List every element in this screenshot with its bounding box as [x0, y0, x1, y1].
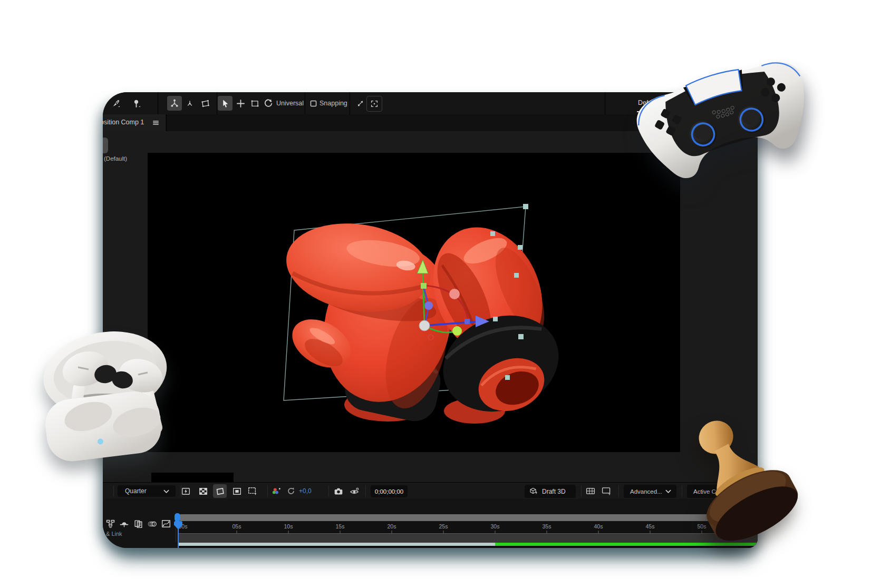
dolly-camera-tool-button[interactable] — [198, 96, 212, 111]
zoom-fit-button[interactable] — [353, 96, 367, 111]
snapping-checkbox-icon — [309, 100, 317, 107]
ruler-label: 25s — [439, 523, 448, 530]
page: Universal Snapping — [0, 0, 871, 588]
mask-visibility-button[interactable] — [213, 484, 227, 498]
region-of-interest-button[interactable] — [230, 484, 244, 498]
boxing-glove-left — [280, 213, 470, 425]
toolbar-divider — [350, 92, 350, 114]
divider — [618, 485, 619, 497]
rgb-channels-icon — [272, 487, 281, 495]
region-capture-button[interactable] — [366, 96, 382, 112]
rotation-tool-button[interactable] — [261, 96, 276, 111]
toolbar-divider — [605, 92, 605, 114]
edge-button-stub[interactable] — [103, 138, 108, 153]
timeline-bottom-strip — [178, 546, 758, 548]
scene-canvas — [148, 153, 680, 452]
marquee-brackets-icon — [370, 100, 379, 108]
region-of-interest-icon — [233, 487, 241, 495]
ruler-label: 20s — [388, 523, 396, 530]
take-snapshot-button[interactable] — [332, 484, 345, 498]
mini-flowchart-icon — [106, 520, 115, 528]
work-area-bar[interactable] — [178, 533, 758, 543]
graph-editor-button[interactable] — [161, 518, 171, 529]
fast-previews-icon — [181, 487, 190, 495]
timeline-panel-gap — [151, 473, 234, 482]
brush-tool-button[interactable] — [108, 96, 123, 111]
universal-mode-label[interactable]: Universal — [276, 92, 304, 114]
rubber-stamp — [679, 406, 806, 558]
exposure-value[interactable]: +0,0 — [299, 487, 312, 495]
grid-guides-options-button[interactable] — [246, 484, 259, 498]
view-layout-grid-button[interactable] — [584, 484, 597, 498]
toolbar-divider — [305, 92, 305, 114]
divider — [581, 485, 582, 497]
show-snapshot-button[interactable] — [347, 484, 361, 498]
show-channel-button[interactable] — [269, 484, 283, 498]
gizmo-scale-handle-green — [421, 283, 427, 289]
composition-viewer[interactable] — [148, 153, 680, 452]
divider — [267, 485, 268, 497]
brush-icon — [111, 99, 120, 108]
mini-flowchart-button[interactable] — [105, 518, 115, 529]
pan-camera-tool-button[interactable] — [182, 96, 197, 111]
gizmo-handle-green-dot — [452, 326, 462, 336]
selection-tool-button[interactable] — [218, 96, 233, 111]
airpods-graphic — [27, 313, 172, 464]
draft-3d-toggle[interactable]: Draft 3D — [525, 485, 576, 498]
motion-blur-button[interactable] — [147, 518, 158, 529]
ruler-label: 30s — [491, 523, 500, 530]
timeline-panel: & Link 00s 05s 10s 15s 20s 25s 30s 35s 4… — [103, 499, 758, 548]
ruler-label: 05s — [233, 523, 241, 530]
hamburger-menu-icon — [152, 120, 159, 126]
time-ruler[interactable] — [178, 521, 758, 533]
composition-tab-title: position Comp 1 — [103, 119, 144, 126]
rectangle-tool-icon — [250, 99, 259, 108]
tab-divider — [166, 114, 167, 131]
navigator-start-handle[interactable] — [175, 513, 180, 522]
shape-tool-button[interactable] — [247, 96, 262, 111]
ruler-label: 35s — [543, 523, 551, 530]
stamp-graphic — [679, 406, 806, 558]
divider — [328, 485, 329, 497]
transparency-grid-button[interactable] — [196, 484, 210, 498]
airpods-pro-case — [27, 313, 172, 464]
eye-snapshot-icon — [350, 487, 359, 495]
screen-layout-icon — [602, 487, 612, 495]
reset-exposure-button[interactable] — [284, 484, 298, 498]
divider — [113, 485, 114, 497]
puppet-pin-tool-button[interactable] — [129, 96, 143, 111]
composition-tab-menu[interactable] — [152, 120, 159, 126]
pan-behind-tool-button[interactable] — [233, 96, 248, 111]
selection-arrow-icon — [221, 99, 230, 108]
fast-previews-button[interactable] — [179, 484, 192, 498]
shy-toggle-button[interactable] — [119, 518, 129, 529]
timeline-navigator-bar[interactable] — [178, 514, 758, 521]
grid-views-icon — [586, 487, 595, 495]
ruler-label: 45s — [646, 523, 655, 530]
frame-blending-icon — [134, 520, 143, 528]
diagonal-arrows-icon — [356, 100, 364, 107]
renderer-dropdown[interactable]: Advanced... — [624, 485, 676, 498]
viewer-layout-button[interactable] — [599, 484, 613, 498]
camera-icon — [334, 487, 343, 495]
snapping-label[interactable]: Snapping — [320, 92, 347, 114]
gizmo-handle-blue-dot — [424, 301, 433, 310]
motion-blur-icon — [148, 520, 157, 528]
gizmo-anchor-dot — [419, 320, 430, 331]
orbit-camera-tool-button[interactable] — [167, 96, 182, 111]
ruler-label: 40s — [594, 523, 603, 530]
draft-3d-label: Draft 3D — [542, 488, 566, 495]
guides-options-icon — [248, 487, 258, 495]
move-cross-icon — [236, 99, 245, 108]
frame-blending-button[interactable] — [133, 518, 143, 529]
parent-link-column-label: & Link — [106, 531, 122, 537]
resolution-dropdown[interactable]: Quarter — [118, 485, 176, 497]
chevron-down-icon — [665, 489, 671, 494]
pan-camera-icon — [186, 99, 194, 107]
timecode-field[interactable]: 0;00;00;00 — [371, 485, 408, 497]
renderer-value: Advanced... — [630, 488, 662, 495]
toolbar-divider — [217, 92, 217, 114]
column-divider — [176, 528, 176, 542]
snapping-toggle[interactable] — [306, 96, 321, 111]
gizmo-handle-pink-dot — [449, 289, 460, 299]
